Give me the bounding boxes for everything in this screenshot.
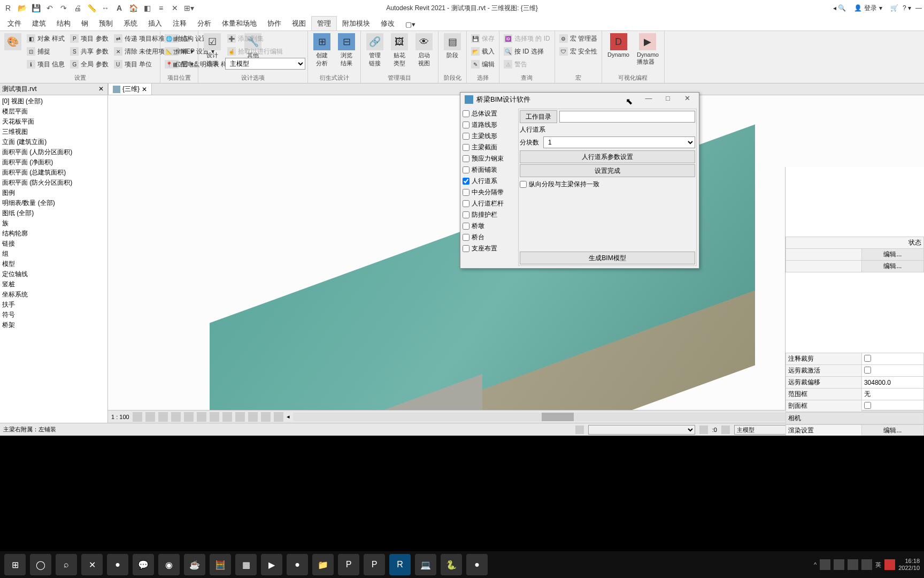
login-button[interactable]: 👤 登录 ▾ <box>850 2 886 14</box>
taskbar-app-4[interactable]: ● <box>107 554 128 575</box>
view-tab-3d[interactable]: {三维} ✕ <box>108 83 152 95</box>
dlg-checkbox-2[interactable] <box>463 133 469 140</box>
nav-icon[interactable]: ◂ 🔍 <box>833 4 846 12</box>
ribbon-coords[interactable]: 📐坐标 ▾ <box>163 45 196 58</box>
taskbar-app-15[interactable]: R <box>389 554 411 575</box>
ribbon-units[interactable]: U项目 单位 <box>112 58 167 71</box>
workdir-button[interactable]: 工作目录 <box>520 110 557 123</box>
ribbon-transfer[interactable]: ⇄传递 项目标准 <box>112 32 167 45</box>
prop-value[interactable] <box>861 353 923 365</box>
pb-item-19[interactable]: 坐标系统 <box>1 290 106 300</box>
pb-close-icon[interactable]: ✕ <box>97 85 105 94</box>
ribbon-purge[interactable]: ✕清除 未使用项 <box>112 45 167 58</box>
dlg-check-6[interactable]: 人行道系 <box>463 176 516 186</box>
ribbon-proj-params[interactable]: P项目 参数 <box>68 32 110 45</box>
pb-item-17[interactable]: 定位轴线 <box>1 269 106 279</box>
ribbon-shared-params[interactable]: S共享 参数 <box>68 45 110 58</box>
dlg-check-11[interactable]: 桥台 <box>463 232 516 242</box>
tray-ime[interactable] <box>884 559 895 570</box>
taskbar-app-16[interactable]: 💻 <box>415 554 436 575</box>
dlg-check-2[interactable]: 主梁线形 <box>463 131 516 141</box>
ribbon-tab-修改[interactable]: 修改 <box>375 17 400 31</box>
ribbon-select-by-id[interactable]: 🔍按 ID 选择 <box>502 45 552 58</box>
prop-value[interactable]: 304800.0 <box>861 377 923 389</box>
vc-crop[interactable] <box>197 412 206 422</box>
view-scale[interactable]: 1 : 100 <box>111 414 129 420</box>
tray-4[interactable] <box>861 559 872 570</box>
dlg-check-9[interactable]: 防撞护栏 <box>463 210 516 220</box>
dlg-check-4[interactable]: 预应力钢束 <box>463 154 516 164</box>
pb-item-13[interactable]: 结构轮廓 <box>1 229 106 239</box>
dialog-minimize[interactable]: — <box>641 94 656 105</box>
project-browser-tree[interactable]: [0] 视图 (全部)楼层平面天花板平面三维视图立面 (建筑立面)面积平面 (人… <box>0 95 107 423</box>
ribbon-object-styles[interactable]: ◧对象 样式 <box>25 32 67 45</box>
dlg-checkbox-1[interactable] <box>463 121 469 128</box>
dlg-checkbox-10[interactable] <box>463 223 469 230</box>
taskbar-app-12[interactable]: 📁 <box>312 554 334 575</box>
qat-save[interactable]: 💾 <box>30 2 42 14</box>
taskbar-app-0[interactable]: ⊞ <box>4 554 26 575</box>
pb-item-0[interactable]: [0] 视图 (全部) <box>1 96 106 107</box>
pb-item-15[interactable]: 组 <box>1 249 106 259</box>
dlg-check-0[interactable]: 总体设置 <box>463 109 516 119</box>
taskbar-app-8[interactable]: 🧮 <box>210 554 231 575</box>
pb-item-2[interactable]: 天花板平面 <box>1 117 106 127</box>
qat-open[interactable]: 📂 <box>16 2 28 14</box>
ribbon-sel-edit[interactable]: ✎编辑 <box>469 58 497 71</box>
taskbar-app-2[interactable]: ⌕ <box>56 554 77 575</box>
dlg-check-5[interactable]: 桥面铺装 <box>463 165 516 175</box>
qat-close[interactable]: ✕ <box>169 2 181 14</box>
taskbar-app-6[interactable]: ◉ <box>158 554 180 575</box>
dlg-checkbox-4[interactable] <box>463 155 469 162</box>
dlg-checkbox-9[interactable] <box>463 211 469 218</box>
taskbar-app-10[interactable]: ▶ <box>261 554 282 575</box>
pb-item-4[interactable]: 立面 (建筑立面) <box>1 137 106 147</box>
ribbon-tab-系统[interactable]: 系统 <box>118 17 143 31</box>
ribbon-global-params[interactable]: G全局 参数 <box>68 58 110 71</box>
qat-3d[interactable]: 🏠 <box>127 2 139 14</box>
taskbar-app-17[interactable]: 🐍 <box>441 554 462 575</box>
pb-item-20[interactable]: 扶手 <box>1 300 106 310</box>
ribbon-tab-附加模块[interactable]: 附加模块 <box>337 17 375 31</box>
pb-item-1[interactable]: 楼层平面 <box>1 107 106 117</box>
ribbon-tab-分析[interactable]: 分析 <box>192 17 217 31</box>
qat-dim[interactable]: ↔ <box>99 2 111 14</box>
ribbon-manage-links[interactable]: 🔗管理链接 <box>363 32 387 69</box>
ribbon-decal[interactable]: 🖼贴花类型 <box>388 32 411 69</box>
ribbon-design-options[interactable]: ☑设计选项 <box>201 32 224 69</box>
design-option-select[interactable]: 主模型 <box>225 58 305 70</box>
qat-print[interactable]: 🖨 <box>72 2 83 14</box>
taskbar-app-9[interactable]: ▦ <box>235 554 257 575</box>
ribbon-tab-视图[interactable]: 视图 <box>287 17 311 31</box>
ribbon-dynamo-player[interactable]: ▶Dynamo播放器 <box>634 32 662 67</box>
pb-item-5[interactable]: 面积平面 (人防分区面积) <box>1 147 106 157</box>
taskbar-app-18[interactable]: ● <box>466 554 488 575</box>
dlg-check-8[interactable]: 人行道栏杆 <box>463 199 516 209</box>
cart-icon[interactable]: 🛒 <box>890 4 898 12</box>
pb-item-7[interactable]: 面积平面 (总建筑面积) <box>1 168 106 178</box>
ribbon-macro-sec[interactable]: 🛡宏 安全性 <box>557 45 599 58</box>
ribbon-tab-注释[interactable]: 注释 <box>167 17 192 31</box>
dlg-check-1[interactable]: 道路线形 <box>463 120 516 130</box>
pb-item-21[interactable]: 符号 <box>1 310 106 320</box>
pb-item-3[interactable]: 三维视图 <box>1 127 106 137</box>
dialog-close[interactable]: ✕ <box>680 94 695 105</box>
tray-lang[interactable]: 英 <box>875 561 881 569</box>
prop-value[interactable]: 无 <box>861 389 923 400</box>
taskbar-app-14[interactable]: P <box>364 554 385 575</box>
pb-item-14[interactable]: 链接 <box>1 239 106 249</box>
workdir-input[interactable] <box>559 111 695 123</box>
prop-value[interactable]: 编辑... <box>861 425 923 437</box>
dlg-checkbox-5[interactable] <box>463 166 469 173</box>
ribbon-snap[interactable]: ⊡捕捉 <box>25 45 67 58</box>
taskbar-app-13[interactable]: P <box>338 554 359 575</box>
prop-value[interactable] <box>861 365 923 377</box>
ribbon-tab-结构[interactable]: 结构 <box>51 17 76 31</box>
keep-segment-checkbox[interactable] <box>520 181 527 188</box>
dlg-check-12[interactable]: 支座布置 <box>463 244 516 254</box>
vc-style[interactable] <box>145 412 155 422</box>
ribbon-gen-browse[interactable]: ⊟浏览结果 <box>335 32 358 69</box>
qat-text[interactable]: A <box>113 2 125 14</box>
revit-logo[interactable]: R <box>2 2 14 14</box>
sb-workset-select[interactable] <box>588 425 695 435</box>
